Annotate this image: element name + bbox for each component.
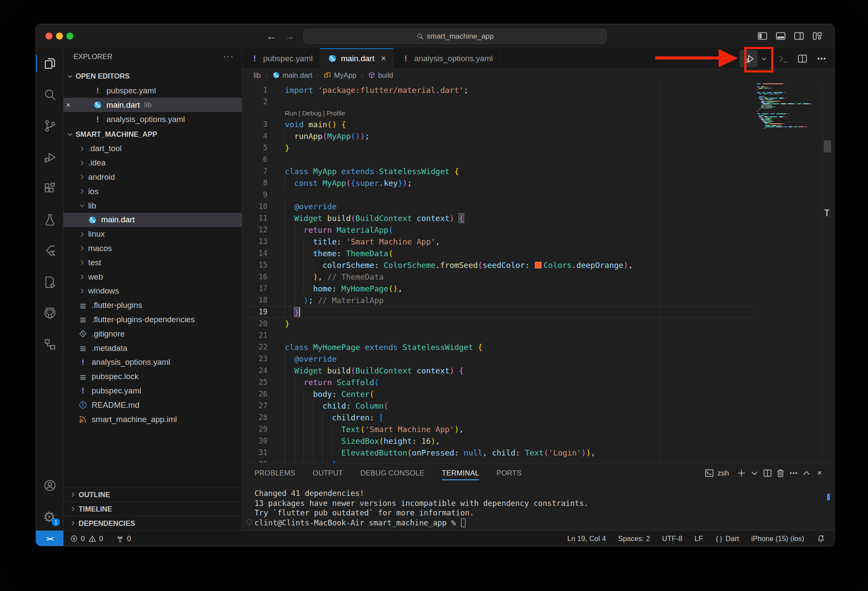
forward-button[interactable]: → (284, 30, 294, 42)
tree-item--flutter-plugins[interactable]: ≡.flutter-plugins (63, 298, 242, 313)
status-flutter-device[interactable]: iPhone (15) (ios) (751, 535, 804, 543)
command-center-search[interactable]: smart_machine_app (304, 29, 607, 44)
activity-bar-item-account[interactable] (36, 475, 63, 496)
line-number: 14 (242, 248, 267, 259)
tree-item-android[interactable]: android (63, 170, 242, 185)
panel-tab-ports[interactable]: PORTS (496, 463, 521, 483)
sidebar-section-dependencies[interactable]: DEPENDENCIES (63, 516, 242, 530)
editor-scrollbar[interactable] (822, 81, 834, 463)
status-notifications[interactable] (816, 534, 825, 543)
sidebar-section-outline[interactable]: OUTLINE (63, 487, 242, 502)
activity-bar-item-explorer[interactable] (36, 53, 63, 74)
status-errors[interactable]: 0 (70, 535, 85, 543)
activity-bar-item-source-control[interactable] (36, 116, 63, 136)
tree-item-ios[interactable]: ios (63, 184, 242, 198)
editor-more-actions-icon[interactable] (816, 53, 827, 64)
tree-item-label: android (88, 172, 115, 182)
tree-item-windows[interactable]: windows (63, 284, 242, 298)
tree-item-macos[interactable]: macos (63, 241, 242, 256)
tab-analysis-options-yaml[interactable]: !analysis_options.yaml (393, 48, 500, 69)
code-editor[interactable]: 1import 'package:flutter/material.dart';… (242, 81, 834, 463)
maximize-window-button[interactable] (66, 33, 73, 40)
tree-item--dart-tool[interactable]: .dart_tool (63, 142, 242, 156)
tree-item-analysis-options-yaml[interactable]: !analysis_options.yaml (63, 355, 242, 370)
activity-bar-item-references[interactable] (36, 334, 63, 355)
activity-bar-item-run-debug[interactable] (36, 147, 63, 168)
line-number: 25 (242, 376, 267, 388)
kill-terminal-icon[interactable] (776, 468, 785, 478)
open-editors-header[interactable]: OPEN EDITORS (63, 69, 242, 83)
status-eol[interactable]: LF (695, 535, 703, 543)
toggle-sidebar-icon[interactable] (757, 30, 768, 42)
close-editor-icon[interactable]: × (63, 100, 73, 110)
status-language-mode[interactable]: { }Dart (715, 535, 739, 543)
open-editor-item[interactable]: !analysis_options.yaml (63, 112, 242, 126)
activity-bar-item-project-tools[interactable] (36, 272, 63, 293)
terminal-output[interactable]: Changed 41 dependencies!13 packages have… (254, 489, 821, 528)
panel-tab-terminal[interactable]: TERMINAL (442, 463, 479, 483)
panel-more-actions-icon[interactable] (789, 468, 799, 478)
tree-item-main-dart[interactable]: main.dart (63, 213, 242, 227)
minimap-slider[interactable] (824, 140, 831, 152)
open-editor-item[interactable]: !pubspec.yaml (63, 83, 242, 98)
tree-item-linux[interactable]: linux (63, 227, 242, 241)
minimize-window-button[interactable] (56, 33, 63, 40)
tree-item-label: analysis_options.yaml (92, 357, 170, 367)
shell-selector[interactable]: zsh (704, 468, 729, 478)
status-ports-forwarded[interactable]: 0 (116, 535, 131, 543)
breadcrumb-item-main-dart[interactable]: main.dart (272, 71, 313, 79)
project-root-header[interactable]: SMART_MACHINE_APP (63, 127, 242, 142)
panel-tab-output[interactable]: OUTPUT (313, 463, 343, 483)
tree-item-README-md[interactable]: README.md (63, 398, 242, 412)
tree-item-smart-machine-app-iml[interactable]: smart_machine_app.iml (63, 412, 242, 426)
tree-item--idea[interactable]: .idea (63, 156, 242, 170)
close-window-button[interactable] (46, 33, 53, 40)
split-editor-icon[interactable] (797, 53, 808, 64)
activity-bar-item-search[interactable] (36, 84, 63, 105)
codelens-run-debug-profile[interactable]: Run | Debug | Profile (242, 108, 757, 119)
activity-bar-item-extensions[interactable] (36, 178, 63, 199)
tree-item--metadata[interactable]: ≡.metadata (63, 341, 242, 355)
activity-bar-item-flutter[interactable] (36, 241, 63, 261)
breadcrumb-item-build[interactable]: build (368, 71, 393, 79)
tree-item-web[interactable]: web (63, 270, 242, 284)
code-line-18: 18 ); // MaterialApp (242, 294, 757, 306)
sidebar-section-timeline[interactable]: TIMELINE (63, 502, 242, 516)
close-panel-icon[interactable]: × (815, 468, 825, 478)
toggle-panel-icon[interactable] (775, 30, 786, 42)
minimap[interactable] (757, 83, 822, 129)
activity-bar-item-github[interactable] (36, 302, 63, 323)
code-text: ), // ThemeData (285, 271, 384, 283)
explorer-more-actions-icon[interactable]: ··· (223, 52, 234, 61)
terminal-dropdown-icon[interactable] (749, 468, 759, 478)
tree-item-pubspec-lock[interactable]: ≡pubspec.lock (63, 370, 242, 384)
panel-tab-debug-console[interactable]: DEBUG CONSOLE (360, 463, 425, 483)
customize-layout-icon[interactable] (812, 30, 823, 42)
tree-item-lib[interactable]: lib (63, 198, 242, 213)
status-indentation[interactable]: Spaces: 2 (618, 535, 650, 543)
tab-close-icon[interactable]: × (381, 53, 386, 63)
tree-item-pubspec-yaml[interactable]: !pubspec.yaml (63, 384, 242, 398)
maximize-panel-icon[interactable] (802, 468, 812, 478)
back-button[interactable]: ← (266, 30, 276, 42)
tree-item-test[interactable]: test (63, 255, 242, 270)
activity-bar-item-settings[interactable]: ⚙1 (36, 506, 63, 527)
code-line-6: 6 (242, 154, 757, 165)
tree-item--gitignore[interactable]: .gitignore (63, 327, 242, 341)
tab-main-dart[interactable]: main.dart× (320, 48, 393, 69)
new-terminal-button[interactable] (736, 468, 746, 478)
breadcrumb-item-lib[interactable]: lib (254, 71, 261, 79)
remote-indicator[interactable]: >< (36, 531, 63, 546)
tab-pubspec-yaml[interactable]: !pubspec.yaml (242, 48, 320, 69)
split-terminal-icon[interactable] (762, 468, 772, 478)
status-warnings[interactable]: 0 (88, 535, 103, 543)
status-encoding[interactable]: UTF-8 (662, 535, 683, 543)
toggle-secondary-sidebar-icon[interactable] (793, 30, 805, 42)
open-terminal-icon[interactable] (778, 53, 789, 64)
activity-bar-item-testing[interactable] (36, 209, 63, 230)
open-editor-item[interactable]: ×main.dartlib (63, 98, 242, 112)
panel-tab-problems[interactable]: PROBLEMS (254, 463, 295, 483)
tree-item--flutter-plugins-dependencies[interactable]: ≡.flutter-plugins-dependencies (63, 313, 242, 327)
breadcrumb-item-MyApp[interactable]: MyApp (323, 71, 356, 79)
status-cursor-position[interactable]: Ln 19, Col 4 (567, 535, 606, 543)
